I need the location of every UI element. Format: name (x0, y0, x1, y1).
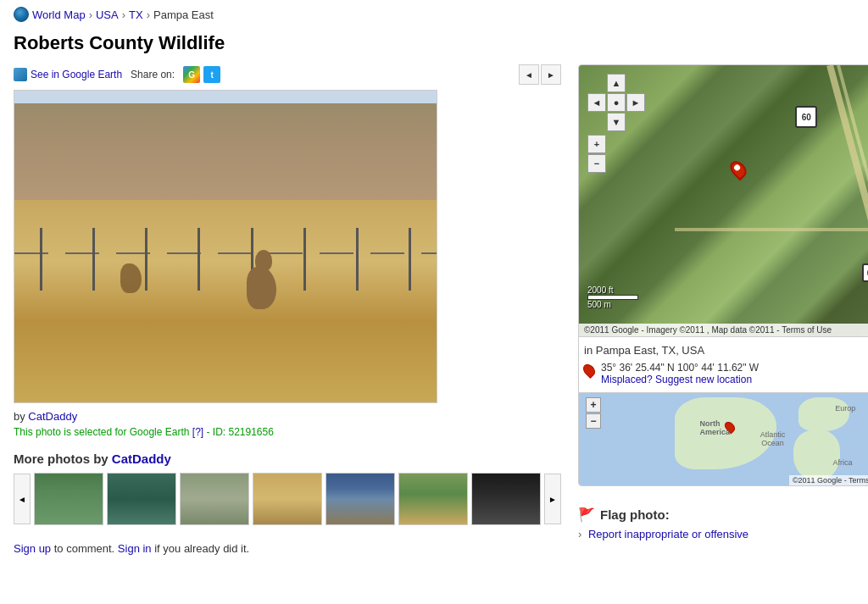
map-europe (798, 397, 849, 431)
flag-title-text: Flag photo: (600, 507, 670, 522)
location-info: in Pampa East, TX, USA 35° 36' 25.44" N … (579, 336, 868, 392)
mini-map[interactable]: + − NorthAmerica AtlanticOcean Europ Afr… (579, 392, 868, 485)
thumbnail-6[interactable] (398, 473, 468, 525)
thumbnails-next-button[interactable]: ► (544, 474, 561, 524)
sign-up-link[interactable]: Sign up (14, 542, 51, 555)
fence-post-6 (303, 228, 306, 291)
mini-zoom-in-button[interactable]: + (586, 397, 601, 413)
comment-text-2: to comment. (51, 542, 118, 555)
report-link[interactable]: Report inappropriate or offensive (588, 528, 748, 540)
thumbnails-wrapper: ◄ ► (14, 473, 561, 525)
map-pin-dot (733, 163, 742, 172)
comment-text-4: if you already did it. (152, 542, 250, 555)
breadcrumb-tx[interactable]: TX (129, 8, 143, 21)
share-icons: G t (183, 66, 220, 83)
coordinates-value: 35° 36' 25.44" N 100° 44' 11.62" W (601, 362, 759, 374)
google-earth-icon (14, 68, 27, 81)
fence-post-2 (92, 228, 95, 291)
toolbar-nav: ◄ ► (519, 64, 561, 85)
deer2-body (120, 263, 142, 293)
thumbnails-prev-button[interactable]: ◄ (14, 474, 31, 524)
map-center-button[interactable]: ● (607, 93, 626, 112)
north-america-label: NorthAmerica (700, 419, 731, 438)
right-panel: 60 60 ▲ ◄ ● ► ▼ (578, 64, 868, 547)
fence-post-1 (40, 228, 42, 291)
photo-selected-text: This photo is selected for Google Earth (14, 426, 189, 438)
breadcrumb-pampa-east: Pampa East (153, 8, 214, 21)
europe-label: Europ (835, 404, 855, 413)
flag-icon: 🚩 (578, 507, 595, 523)
breadcrumb-world-map[interactable]: World Map (32, 8, 86, 21)
map-attribution: ©2011 Google - Imagery ©2011 , Map data … (579, 324, 868, 336)
photo-author-link[interactable]: CatDaddy (28, 410, 77, 423)
photo-selected-help-link[interactable]: [?] (192, 426, 203, 438)
mini-zoom-out-button[interactable]: − (586, 413, 601, 429)
toolbar-left: See in Google Earth Share on: G t (14, 66, 220, 83)
breadcrumb: World Map › USA › TX › Pampa East (14, 7, 854, 22)
breadcrumb-usa[interactable]: USA (96, 8, 119, 21)
more-photos-author-link[interactable]: CatDaddy (112, 452, 171, 466)
more-photos-title: More photos by CatDaddy (14, 452, 561, 466)
photo-prev-button[interactable]: ◄ (519, 64, 539, 85)
map-left-button[interactable]: ◄ (587, 93, 606, 112)
page-title: Roberts County Wildlife (14, 32, 854, 54)
thumbnail-3[interactable] (180, 473, 249, 525)
map-container: 60 60 ▲ ◄ ● ► ▼ (578, 64, 868, 486)
photo-next-button[interactable]: ► (541, 64, 561, 85)
map-africa (793, 430, 840, 481)
coords-row: 35° 36' 25.44" N 100° 44' 11.62" W Mispl… (584, 362, 868, 385)
globe-icon (14, 7, 29, 22)
fence-post-4 (198, 228, 200, 291)
fence-post-8 (409, 228, 411, 291)
coords-pin-icon (581, 362, 598, 379)
scale-label-2: 500 m (587, 300, 638, 309)
thumbnail-5[interactable] (326, 473, 395, 525)
photo-id: ID: 52191656 (213, 426, 274, 438)
map-zoom-out-button[interactable]: − (587, 154, 606, 173)
thumbnail-4[interactable] (253, 473, 322, 525)
misplaced-link[interactable]: Misplaced? Suggest new location (601, 374, 759, 385)
share-label: Share on: (131, 69, 175, 80)
flag-arrow-icon: › (578, 528, 581, 540)
flag-links: › Report inappropriate or offensive (578, 528, 868, 540)
share-twitter-icon[interactable]: t (203, 66, 220, 83)
google-earth-link[interactable]: See in Google Earth (14, 68, 122, 81)
photo-fence-posts (14, 228, 437, 291)
flag-section: 🚩 Flag photo: › Report inappropriate or … (578, 500, 868, 547)
map-lr-controls: ◄ ● ► (587, 93, 645, 112)
breadcrumb-sep-2: › (122, 8, 125, 21)
deer-secondary (120, 247, 146, 293)
breadcrumb-sep-1: › (89, 8, 92, 21)
share-google-icon[interactable]: G (183, 66, 200, 83)
thumbnail-7[interactable] (471, 473, 541, 525)
highway-badge-2: 60 (862, 263, 868, 282)
map-down-button[interactable]: ▼ (607, 113, 626, 131)
map-up-button[interactable]: ▲ (607, 74, 626, 92)
deer-main (238, 241, 289, 309)
map-right-button[interactable]: ► (626, 93, 645, 112)
map-marker (732, 160, 745, 179)
comment-section: Sign up to comment. Sign in if you alrea… (14, 542, 561, 555)
thumbnail-2[interactable] (107, 473, 176, 525)
photo-selected-info: This photo is selected for Google Earth … (14, 426, 561, 438)
map-scale-bar: 2000 ft 500 m (587, 285, 638, 309)
map-zoom-in-button[interactable]: + (587, 135, 606, 153)
thumbnail-1[interactable] (34, 473, 103, 525)
fence-post-7 (356, 228, 359, 291)
main-layout: See in Google Earth Share on: G t ◄ ► (14, 64, 854, 555)
map-road-h (675, 228, 869, 231)
satellite-map[interactable]: 60 60 ▲ ◄ ● ► ▼ (579, 65, 868, 336)
highway-badge-1: 60 (795, 106, 817, 128)
thumbnails-strip (34, 473, 541, 525)
main-photo (14, 90, 437, 403)
photo-toolbar: See in Google Earth Share on: G t ◄ ► (14, 64, 561, 85)
deer-head (255, 250, 272, 271)
africa-label: Africa (832, 458, 852, 467)
map-controls: ▲ ◄ ● ► ▼ + − (587, 74, 645, 173)
scale-label-1: 2000 ft (587, 285, 614, 295)
google-earth-label: See in Google Earth (31, 69, 122, 80)
location-text: in Pampa East, TX, USA (584, 344, 868, 357)
atlantic-ocean-label: AtlanticOcean (760, 430, 786, 449)
left-panel: See in Google Earth Share on: G t ◄ ► (14, 64, 561, 555)
sign-in-link[interactable]: Sign in (118, 542, 152, 555)
